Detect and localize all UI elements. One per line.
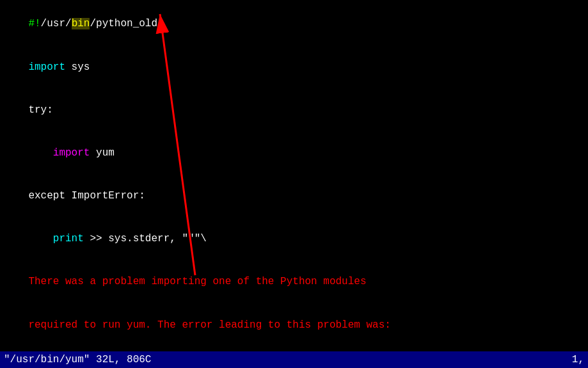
shebang-hash-excl: #! [28,18,40,29]
statusline-right: 1, [572,353,584,367]
line-try: try: [4,88,584,131]
shebang-bin: bin [72,18,90,29]
keyword-print: print [53,233,84,244]
keyword-import2: import [53,147,90,159]
line-error2: required to run yum. The error leading t… [4,303,584,346]
line-import-yum: import yum [4,132,584,175]
line-shebang: #!/usr/bin/python_old [4,3,584,45]
line-print: print >> sys.stderr, """\ [4,218,584,260]
shebang-usr: /usr/ [41,18,72,29]
statusline-left: "/usr/bin/yum" 32L, 806C [4,353,151,367]
statusline: "/usr/bin/yum" 32L, 806C 1, [0,351,588,368]
line-except: except ImportError: [4,175,584,218]
keyword-import: import [28,61,65,73]
shebang-rest: /python_old [90,18,157,29]
code-editor: #!/usr/bin/python_old import sys try: im… [0,0,588,368]
line-error1: There was a problem importing one of the… [4,260,584,303]
line-import-sys: import sys [4,45,584,88]
